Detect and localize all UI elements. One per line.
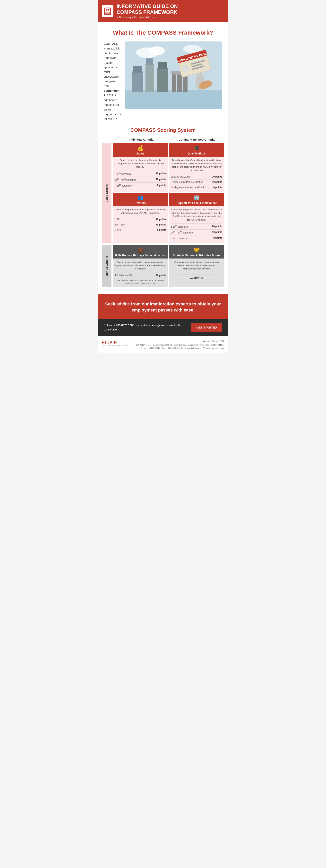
le-row-3: < 20th percentile 0 points (171, 235, 223, 241)
diversity-desc: Refers to the proportion of an applicant… (115, 208, 166, 215)
le-label-3: < 20th percentile (171, 236, 188, 240)
footer: RIKVIN AN IN.CORP GROUP COMPANY Last Upd… (98, 336, 228, 352)
qual-row-2: Degree-equivalent qualification 10 point… (171, 179, 223, 185)
strategic-bonus-body: Company meets specific assessment criter… (169, 258, 225, 283)
strategic-bonus-header: 🤝 Strategic Economic Priorities Bonus (169, 245, 225, 258)
svg-rect-12 (132, 71, 143, 92)
header: INFORMATIVE GUIDE ON COMPASS FRAMEWORK a… (98, 0, 228, 22)
le-label-2: 20th – 50th percentile (171, 230, 193, 235)
salary-desc: Based on age, the fixed monthly salary i… (115, 159, 166, 169)
qual-pts-1: 20 points (212, 175, 223, 179)
div-label-3: ≥ 25% (115, 228, 121, 232)
le-pts-3: 0 points (213, 236, 223, 240)
ep-illustration: EMPLOYMENT PASS (125, 41, 223, 109)
div-row-1: ≤ 5% 20 points (115, 217, 166, 222)
strategic-pts-1: 10 points (190, 276, 203, 280)
what-is-text: COMPASS is an explicit points-based fram… (103, 41, 121, 121)
div-row-2: 5% – 25% 10 points (115, 222, 166, 227)
col-headers: Individual Criteria Company-Related Crit… (113, 138, 224, 143)
diversity-title: Diversity (135, 202, 146, 205)
svg-rect-6 (105, 14, 108, 14)
basic-criteria-label: Basic Criteria (102, 143, 112, 243)
scoring-section: COMPASS Scoring System Individual Criter… (98, 125, 228, 294)
strategic-bonus-cell: 🤝 Strategic Economic Priorities Bonus Co… (169, 245, 225, 287)
cta-section: Seek advice from our immigration experts… (98, 294, 228, 319)
skills-row-1: Job listed on SOL 20 points (115, 273, 166, 278)
strategic-row-1: 10 points (171, 275, 223, 281)
skills-pts-1: 20 points (156, 274, 166, 277)
le-row-2: 20th – 50th percentile 10 points (171, 229, 223, 235)
qualifications-desc: Based on applicant's qualifications (qua… (171, 159, 223, 172)
header-title-line1: INFORMATIVE GUIDE ON (117, 3, 178, 9)
skills-bonus-desc: Applies to individuals with occupations … (115, 260, 166, 271)
header-text: INFORMATIVE GUIDE ON COMPASS FRAMEWORK a… (117, 3, 178, 19)
salary-pts-2: 10 points (156, 178, 166, 182)
local-employment-cell: 🏢 Support for Local Employment Company's… (169, 193, 225, 243)
salary-label-1: ≥ 90th percentile (115, 172, 131, 176)
scoring-heading: COMPASS Scoring System (102, 127, 224, 133)
qual-row-3: No degree-equivalent qualification 0 poi… (171, 185, 223, 190)
what-is-content: COMPASS is an explicit points-based fram… (103, 41, 223, 121)
diversity-icon: 👥 (114, 194, 167, 200)
svg-rect-8 (125, 90, 223, 109)
what-is-section: What Is The COMPASS Framework? COMPASS i… (98, 22, 228, 125)
bonus-criteria-label: Bonus Criteria (102, 245, 112, 287)
svg-rect-5 (105, 13, 110, 13)
strategic-bonus-title: Strategic Economic Priorities Bonus (173, 254, 220, 257)
qual-label-2: Degree-equivalent qualification (171, 180, 203, 184)
diversity-body: Refers to the proportion of an applicant… (113, 206, 168, 235)
get-started-button[interactable]: GET STARTED (191, 323, 223, 332)
header-icon (102, 5, 113, 17)
footer-info: Last Updated: July 2023 RIKVIN PTE LTD ·… (136, 340, 224, 350)
skills-note: (Reduced to 10 points if the share of th… (115, 279, 166, 285)
col-header-individual: Individual Criteria (113, 138, 169, 143)
strategic-bonus-desc: Company meets specific assessment criter… (171, 260, 223, 271)
bonus-criteria-block: Bonus Criteria 💼 Skills Bonus (Shortage … (102, 245, 224, 287)
qualifications-title: Qualifications (187, 152, 206, 155)
le-pts-2: 10 points (212, 230, 223, 235)
svg-rect-4 (108, 10, 109, 10)
col-header-company: Company-Related Criteria (169, 138, 225, 143)
skills-bonus-title: Skills Bonus (Shortage Occupation List) (114, 254, 167, 257)
what-is-desc-1: COMPASS is an explicit points-based fram… (103, 42, 120, 88)
salary-label-3: < 65th percentile (115, 183, 131, 188)
what-is-desc-2: , in addition to meeting the salary requ… (103, 94, 121, 120)
salary-pts-1: 20 points (156, 172, 166, 176)
header-subtitle: a Rikvin Infographic | www.rikvin.com (117, 16, 178, 19)
svg-point-10 (148, 46, 165, 55)
svg-rect-3 (108, 9, 110, 10)
salary-label-2: 65th – 90th percentile (115, 178, 137, 182)
skills-bonus-body: Applies to individuals with occupations … (113, 258, 168, 287)
skills-bonus-header: 💼 Skills Bonus (Shortage Occupation List… (113, 245, 168, 258)
qualifications-icon: 🎓 (170, 145, 223, 151)
basic-criteria-grid: 💰 Salary Based on age, the fixed monthly… (112, 143, 224, 243)
contact-phone: +65 6320 1888 (116, 323, 134, 327)
le-row-1: ≥ 50th percentile 20 points (171, 223, 223, 229)
div-pts-1: 20 points (156, 218, 166, 221)
logo-subtext: AN IN.CORP GROUP COMPANY (102, 345, 128, 347)
div-row-3: ≥ 25% 0 points (115, 227, 166, 232)
le-label-1: ≥ 50th percentile (171, 224, 188, 228)
qual-pts-2: 10 points (212, 180, 223, 184)
header-title-line2: COMPASS FRAMEWORK (117, 9, 178, 15)
svg-rect-15 (146, 58, 153, 65)
qualifications-body: Based on applicant's qualifications (qua… (169, 157, 225, 192)
le-pts-1: 20 points (212, 224, 223, 228)
salary-title: Salary (136, 152, 145, 155)
city-svg: EMPLOYMENT PASS (125, 41, 223, 109)
salary-icon: 💰 (114, 145, 167, 151)
div-pts-2: 10 points (156, 223, 166, 226)
local-employment-desc: Company's proportion of local PMETs comp… (171, 208, 223, 221)
salary-row-3: < 65th percentile 0 points (115, 182, 166, 188)
svg-rect-16 (157, 68, 168, 92)
svg-rect-17 (158, 62, 167, 69)
salary-cell: 💰 Salary Based on age, the fixed monthly… (113, 143, 168, 192)
qual-label-1: Leading institution (171, 175, 190, 179)
svg-rect-13 (133, 66, 142, 73)
basic-criteria-block: Basic Criteria 💰 Salary Based on age, th… (102, 143, 224, 243)
bonus-criteria-grid: 💼 Skills Bonus (Shortage Occupation List… (112, 245, 224, 287)
qualifications-cell: 🎓 Qualifications Based on applicant's qu… (169, 143, 225, 192)
contact-text-2: or email us at (134, 323, 152, 327)
last-updated: Last Updated: July 2023 (136, 340, 224, 343)
local-employment-body: Company's proportion of local PMETs comp… (169, 206, 225, 243)
